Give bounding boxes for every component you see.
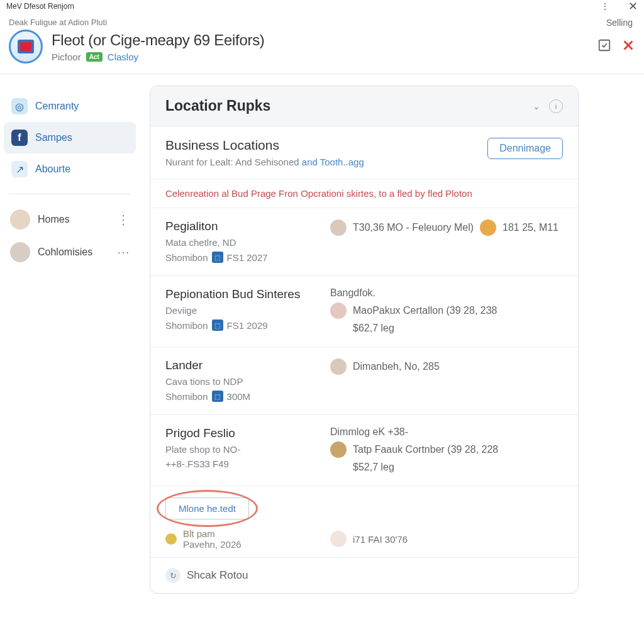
samples-icon: f xyxy=(11,130,28,146)
sidebar-item-label: Abourte xyxy=(35,164,70,175)
right-sub: $62,7 leg xyxy=(353,323,563,334)
desc-link[interactable]: and Tooth..agg xyxy=(302,157,364,167)
tail-row[interactable]: ↻ Shcak Rotou xyxy=(150,558,578,593)
location-name: Lander xyxy=(165,358,315,372)
location-line3: ++8-.FS33 F49 xyxy=(165,458,315,469)
refresh-icon: ↻ xyxy=(165,568,180,583)
avatar xyxy=(10,209,30,230)
location-line2: Deviige xyxy=(165,305,315,316)
right-text: Tatp Faauk Cortnber (39 28, 228 xyxy=(353,444,498,455)
panel-header: Locatior Rupks ⌄ i xyxy=(150,86,578,126)
badge-icon: ⬚ xyxy=(212,319,223,331)
location-row[interactable]: Pegialiton Mata chetlre, ND Shomibon ⬚ F… xyxy=(150,208,578,276)
sidebar-item-abourte[interactable]: ↗ Abourte xyxy=(4,153,136,185)
menu-dots-icon[interactable]: ⋮ xyxy=(601,1,609,11)
window-titlebar: MeV Dfesot Renjorn ⋮ ✕ xyxy=(0,0,644,13)
location-row[interactable]: Pepionation Bud Sinteres Deviige Shomibo… xyxy=(150,276,578,347)
location-name: Prigod Feslio xyxy=(165,426,315,440)
sidebar-person-homes[interactable]: Homes ⋮ xyxy=(4,203,136,236)
right-top: Dimmlog eK +38- xyxy=(330,426,563,438)
right-sub: $52,7 leg xyxy=(353,462,563,473)
location-row[interactable]: Lander Cava tions to NDP Shomibon ⬚ 300M… xyxy=(150,347,578,415)
sidebar-item-label: Sampes xyxy=(35,132,72,143)
right-top: Bangdfok. xyxy=(330,287,563,299)
community-icon: ◎ xyxy=(11,98,28,114)
svg-rect-0 xyxy=(599,40,610,51)
page-title: Fleot (or Cige-meapy 69 Eeifors) xyxy=(52,31,265,49)
location-name: Pegialiton xyxy=(165,219,315,233)
app-logo-icon xyxy=(9,30,43,64)
location-line3: Shomibon ⬚ FS1 2029 xyxy=(165,319,315,331)
close-icon[interactable] xyxy=(621,38,635,55)
more-meta-right: i71 FAI 30'76 xyxy=(353,534,408,545)
right-text: T30,36 MO - Feleuory Mel) xyxy=(353,222,474,233)
status-badge: Act xyxy=(86,52,103,62)
location-line2: Cava tions to NDP xyxy=(165,376,315,387)
window-close-icon[interactable]: ✕ xyxy=(628,0,638,13)
alert-text: Celenreation al Bud Prage Fron Opcration… xyxy=(150,179,578,208)
panel-title: Locatior Rupks xyxy=(165,97,270,114)
location-line2: Plate shop to NO- xyxy=(165,444,315,455)
location-line2: Mata chetlre, ND xyxy=(165,237,315,248)
avatar xyxy=(10,242,30,262)
breadcrumb: Deak Fuligue at Adion Pluti xyxy=(9,18,635,27)
about-icon: ↗ xyxy=(11,161,28,177)
avatar xyxy=(330,303,347,319)
more-meta-a: Blt pam xyxy=(183,528,242,539)
avatar xyxy=(330,358,347,375)
subtitle-a: Picfoor xyxy=(52,52,81,62)
checkbox-icon[interactable] xyxy=(597,38,611,55)
sidebar-item-sampes[interactable]: f Sampes xyxy=(4,122,136,153)
more-meta-b: Pavehn, 2026 xyxy=(183,539,242,550)
chevron-down-icon[interactable]: ⌄ xyxy=(533,101,540,111)
info-icon[interactable]: i xyxy=(549,99,563,113)
location-name: Pepionation Bud Sinteres xyxy=(165,287,315,301)
more-section: Mlone he.tedt Blt pam Pavehn, 2026 i71 F… xyxy=(150,486,578,558)
sidebar-person-cohlomisies[interactable]: Cohlomisies ⋯ xyxy=(4,236,136,269)
avatar xyxy=(330,441,347,458)
badge-icon: ⬚ xyxy=(212,252,223,263)
person-label: Homes xyxy=(38,214,70,225)
location-line3: Shomibon ⬚ FS1 2027 xyxy=(165,252,315,263)
window-title: MeV Dfesot Renjorn xyxy=(6,2,74,11)
page-header: Deak Fuligue at Adion Pluti Selling Fleo… xyxy=(0,13,644,74)
main-content: Locatior Rupks ⌄ i Business Locations Nu… xyxy=(140,74,644,636)
right-text: MaoPakux Certallon (39 28, 238 xyxy=(353,305,497,316)
location-row[interactable]: Prigod Feslio Plate shop to NO- ++8-.FS3… xyxy=(150,415,578,486)
business-locations-header: Business Locations Nurant for Lealt: And… xyxy=(150,126,578,179)
avatar xyxy=(480,219,496,236)
avatar xyxy=(330,531,347,547)
badge-icon: ⬚ xyxy=(212,391,223,402)
subtitle-link[interactable]: Clasloy xyxy=(108,52,138,62)
location-line3: Shomibon ⬚ 300M xyxy=(165,391,315,402)
status-dot-icon xyxy=(165,533,177,545)
right-text: 181 25, M11 xyxy=(502,222,558,233)
location-panel: Locatior Rupks ⌄ i Business Locations Nu… xyxy=(150,86,579,594)
tail-text: Shcak Rotou xyxy=(187,569,248,582)
more-button[interactable]: Mlone he.tedt xyxy=(165,497,249,519)
sidebar-item-label: Cemranty xyxy=(35,101,79,112)
avatar xyxy=(330,219,347,236)
sidebar-item-cemranty[interactable]: ◎ Cemranty xyxy=(4,91,136,122)
section-desc: Nurant for Lealt: And Sehisoned and Toot… xyxy=(165,157,364,167)
right-text: Dimanbeh, No, 285 xyxy=(353,361,440,372)
dennimage-button[interactable]: Dennimage xyxy=(487,138,563,159)
sidebar: ◎ Cemranty f Sampes ↗ Abourte Homes ⋮ Co… xyxy=(0,74,140,636)
selling-link[interactable]: Selling xyxy=(606,18,633,28)
divider xyxy=(9,194,131,194)
person-label: Cohlomisies xyxy=(38,247,92,258)
section-title: Business Locations xyxy=(165,138,364,153)
